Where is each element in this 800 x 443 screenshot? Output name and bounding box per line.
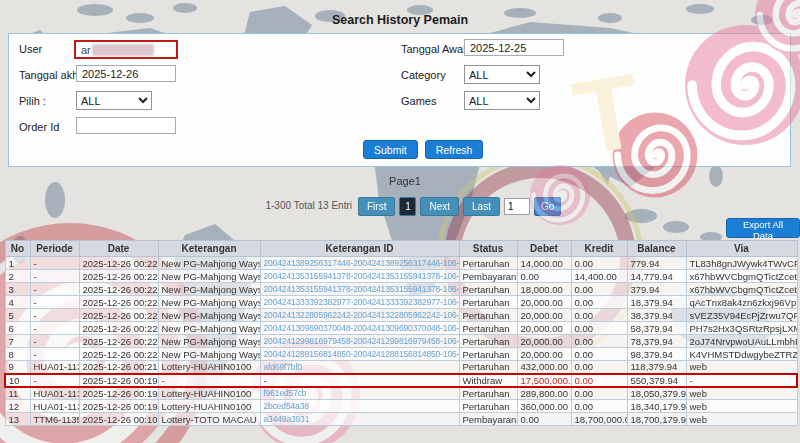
cell-periode: HUA01-1134	[30, 400, 79, 413]
refresh-button[interactable]: Refresh	[425, 140, 484, 159]
cell-via: web	[686, 387, 797, 400]
cell-balance: 550,379.94	[627, 374, 686, 387]
cell-via: qAcTnx8ak4zn6zkxj96VpF	[686, 296, 797, 309]
cell-via: web	[686, 361, 797, 374]
table-row: 2-2025-12-26 00:22:32New PG-Mahjong Ways…	[5, 270, 797, 283]
col-header-no: No	[5, 241, 30, 257]
cell-kredit: 0.00	[571, 387, 627, 400]
cell-via: 2oJ74NrvpwoUAuLLmbhFsE	[686, 335, 797, 348]
cell-no: 12	[5, 400, 30, 413]
tanggal-awal-input[interactable]	[464, 39, 564, 56]
pilih-label: Pilih :	[19, 95, 46, 107]
cell-no: 1	[5, 257, 30, 270]
cell-kredit: 0.00	[571, 283, 627, 296]
cell-kredit: 0.00	[571, 361, 627, 374]
cell-no: 11	[5, 387, 30, 400]
cell-keterangan: Lottery-TOTO MACAU PAGI	[158, 413, 260, 426]
cell-kredit: 18,700,000.00	[571, 413, 627, 426]
current-page-indicator: 1	[399, 197, 416, 216]
page-title: Search History Pemain	[0, 13, 800, 27]
cell-balance: 18,340,179.94	[627, 400, 686, 413]
cell-keterangan-id[interactable]: a3449a3931	[260, 413, 459, 426]
next-page-button[interactable]: Next	[420, 197, 459, 216]
col-header-periode: Periode	[30, 241, 79, 257]
cell-keterangan: New PG-Mahjong Ways	[158, 296, 260, 309]
col-header-keterangan: Keterangan	[158, 241, 260, 257]
cell-balance: 78,379.94	[627, 335, 686, 348]
cell-debet: 14,000.00	[517, 257, 571, 270]
category-select[interactable]: ALL	[464, 65, 540, 84]
cell-periode: -	[30, 335, 79, 348]
cell-status: Pembayaran	[459, 270, 517, 283]
cell-no: 3	[5, 283, 30, 296]
cell-date: 2025-12-26 00:22:31	[79, 283, 158, 296]
table-row: 9HUA01-11342025-12-26 00:21:51Lottery-HU…	[5, 361, 797, 374]
go-button[interactable]: Go	[534, 197, 561, 216]
cell-balance: 14,779.94	[627, 270, 686, 283]
cell-keterangan-id[interactable]: 2004241353155941378-2004241353155941378-…	[260, 270, 459, 283]
cell-debet: 20,000.00	[517, 335, 571, 348]
cell-keterangan-id[interactable]: 2bced54a38	[260, 400, 459, 413]
cell-kredit: 0.00	[571, 348, 627, 361]
table-row: 10-2025-12-26 00:19:52--Withdraw17,500,0…	[5, 374, 797, 387]
cell-keterangan-id[interactable]: 2004241288156814850-2004241288156814850-…	[260, 348, 459, 361]
cell-keterangan: Lottery-HUAHIN0100	[158, 387, 260, 400]
redacted-username	[92, 44, 154, 56]
cell-keterangan-id[interactable]: 2004241322805962242-2004241322805962242-…	[260, 309, 459, 322]
table-row: 3-2025-12-26 00:22:31New PG-Mahjong Ways…	[5, 283, 797, 296]
cell-status: Pertaruhan	[459, 400, 517, 413]
cell-via: x67hbWVCbgmQTictZcet7e	[686, 283, 797, 296]
col-header-balance: Balance	[627, 241, 686, 257]
first-page-button[interactable]: First	[358, 197, 395, 216]
cell-status: Pembayaran	[459, 413, 517, 426]
cell-keterangan-id[interactable]: 2004241309690370048-2004241309690370048-…	[260, 322, 459, 335]
cell-keterangan: Lottery-HUAHIN0100	[158, 400, 260, 413]
cell-date: 2025-12-26 00:22:23	[79, 309, 158, 322]
export-all-data-button[interactable]: Export All Data	[726, 218, 800, 238]
cell-no: 6	[5, 322, 30, 335]
cell-no: 2	[5, 270, 30, 283]
pilih-select[interactable]: ALL	[76, 91, 152, 110]
col-header-status: Status	[459, 241, 517, 257]
last-page-button[interactable]: Last	[463, 197, 500, 216]
cell-debet: 432,000.00	[517, 361, 571, 374]
cell-status: Withdraw	[459, 374, 517, 387]
cell-periode: -	[30, 374, 79, 387]
cell-keterangan: -	[158, 374, 260, 387]
cell-keterangan-id[interactable]: 2004241353155941378-2004241353155941378-…	[260, 283, 459, 296]
cell-keterangan-id[interactable]: afd69f7bf0	[260, 361, 459, 374]
cell-status: Pertaruhan	[459, 257, 517, 270]
cell-keterangan-id[interactable]: 2004241299816979458-2004241299816979458-…	[260, 335, 459, 348]
cell-keterangan: New PG-Mahjong Ways	[158, 270, 260, 283]
tanggal-akhir-input[interactable]	[76, 65, 176, 82]
cell-debet: 0.00	[517, 413, 571, 426]
order-id-input[interactable]	[76, 117, 176, 134]
games-select[interactable]: ALL	[464, 91, 540, 110]
cell-balance: 98,379.94	[627, 348, 686, 361]
submit-button[interactable]: Submit	[363, 140, 418, 159]
cell-date: 2025-12-26 00:19:07	[79, 400, 158, 413]
cell-keterangan-id[interactable]: f961ed57cb	[260, 387, 459, 400]
cell-keterangan: New PG-Mahjong Ways	[158, 348, 260, 361]
table-header-row: NoPeriodeDateKeteranganKeterangan IDStat…	[5, 241, 797, 257]
cell-no: 8	[5, 348, 30, 361]
tanggal-akhir-label: Tanggal akhir	[19, 69, 84, 81]
table-row: 7-2025-12-26 00:22:18New PG-Mahjong Ways…	[5, 335, 797, 348]
cell-periode: -	[30, 309, 79, 322]
cell-periode: HUA01-1134	[30, 387, 79, 400]
user-input[interactable]: ar	[74, 40, 178, 59]
cell-status: Pertaruhan	[459, 296, 517, 309]
cell-keterangan: Lottery-HUAHIN0100	[158, 361, 260, 374]
cell-keterangan-id[interactable]: 2004241389256317446-2004241389256317446-…	[260, 257, 459, 270]
cell-periode: -	[30, 283, 79, 296]
cell-keterangan: New PG-Mahjong Ways	[158, 335, 260, 348]
cell-balance: 18,379.94	[627, 296, 686, 309]
page-number-label: Page1	[0, 175, 800, 187]
page: T Search History Pemain User ar Tanggal …	[0, 0, 800, 443]
cell-debet: 20,000.00	[517, 309, 571, 322]
cell-no: 10	[5, 374, 30, 387]
goto-page-input[interactable]	[504, 198, 530, 215]
cell-keterangan-id[interactable]: 2004241333392382977-2004241333392382977-…	[260, 296, 459, 309]
table-row: 8-2025-12-26 00:22:15New PG-Mahjong Ways…	[5, 348, 797, 361]
cell-debet: 20,000.00	[517, 322, 571, 335]
